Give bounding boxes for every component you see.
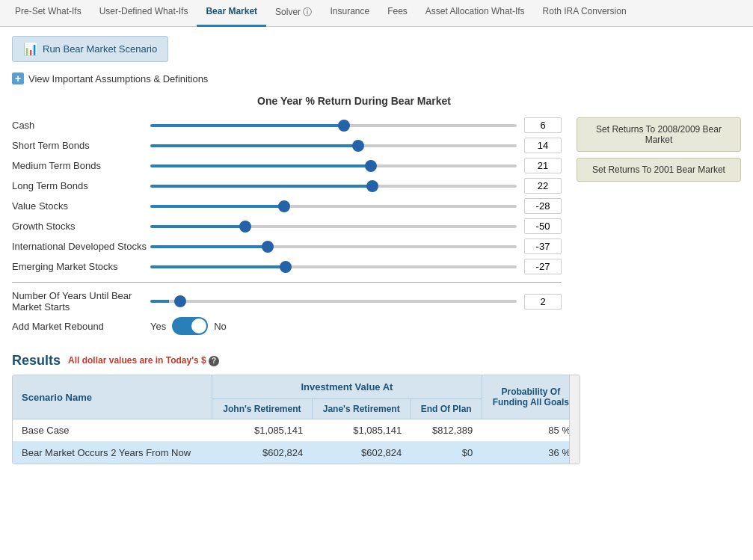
slider-years[interactable] [150,300,517,303]
slider-value-years[interactable] [524,294,562,310]
toggle-yes-label: Yes [150,321,166,332]
cell-end-0: $812,389 [411,419,482,442]
assumptions-label: View Important Assumptions & Definitions [28,73,208,84]
slider-value-long-term-bonds[interactable] [524,178,562,194]
slider-value-cash[interactable] [524,117,562,133]
plus-icon: + [12,73,24,84]
slider-row-cash: Cash [12,117,562,133]
btn-2001-bear-market[interactable]: Set Returns To 2001 Bear Market [577,158,741,182]
toggle-label-rebound: Add Market Rebound [12,321,150,332]
results-note: All dollar values are in Today's $ ? [68,355,219,366]
col-sub-end: End Of Plan [411,399,482,419]
main-content: 📊 Run Bear Market Scenario + View Import… [0,27,753,473]
slider-row-value-stocks: Value Stocks [12,198,562,214]
results-title: Results [12,353,61,369]
col-sub-johns: John's Retirement [212,399,312,419]
col-header-investment-value: Investment Value At [212,375,482,399]
slider-value-medium-term-bonds[interactable] [524,158,562,173]
slider-value-emerging[interactable] [524,259,562,274]
cell-prob-1: 36 % [482,442,580,464]
slider-growth-stocks[interactable] [150,225,517,228]
slider-track-wrap-cash [150,118,517,133]
slider-value-growth-stocks[interactable] [524,218,562,234]
slider-row-medium-term-bonds: Medium Term Bonds [12,158,562,173]
cell-johns-0: $1,085,141 [212,419,312,442]
btn-2008-bear-market[interactable]: Set Returns To 2008/2009 Bear Market [577,117,741,152]
col-sub-janes: Jane's Retirement [312,399,411,419]
slider-emerging[interactable] [150,265,517,268]
slider-value-international[interactable] [524,239,562,254]
sliders-left: One Year % Return During Bear Market Cas… [12,95,562,335]
tab-roth-ira[interactable]: Roth IRA Conversion [534,0,636,27]
slider-label-long-term-bonds: Long Term Bonds [12,180,150,191]
chart-bar-icon: 📊 [23,42,38,56]
cell-janes-1: $602,824 [312,442,411,464]
slider-label-international: International Developed Stocks [12,241,150,252]
slider-short-term-bonds[interactable] [150,144,517,147]
slider-label-short-term-bonds: Short Term Bonds [12,140,150,151]
toggle-row-rebound: Add Market Rebound Yes No [12,317,562,335]
rebound-toggle[interactable] [172,317,208,335]
slider-long-term-bonds[interactable] [150,185,517,188]
sliders-section: One Year % Return During Bear Market Cas… [12,95,741,335]
slider-track-wrap-long-term-bonds [150,179,517,194]
col-header-scenario: Scenario Name [13,375,212,419]
cell-prob-0: 85 % [482,419,580,442]
results-section: Results All dollar values are in Today's… [12,353,741,464]
slider-track-wrap-value-stocks [150,199,517,214]
cell-end-1: $0 [411,442,482,464]
slider-track-wrap-medium-term-bonds [150,159,517,173]
slider-value-short-term-bonds[interactable] [524,138,562,153]
col-header-probability: Probability Of Funding All Goals [482,375,580,419]
tab-solver[interactable]: Solver ⓘ [266,0,321,27]
tab-user-defined[interactable]: User-Defined What-Ifs [90,0,197,27]
slider-row-growth-stocks: Growth Stocks [12,218,562,234]
slider-divider [12,282,562,283]
slider-label-emerging: Emerging Market Stocks [12,261,150,272]
slider-row-emerging: Emerging Market Stocks [12,259,562,274]
slider-track-wrap-years [150,294,517,309]
cell-johns-1: $602,824 [212,442,312,464]
slider-cash[interactable] [150,124,517,127]
results-help-icon[interactable]: ? [209,356,219,366]
results-table: Scenario Name Investment Value At Probab… [13,375,580,464]
cell-scenario-1: Bear Market Occurs 2 Years From Now [13,442,212,464]
run-button-label: Run Bear Market Scenario [43,43,157,55]
slider-track-wrap-growth-stocks [150,219,517,234]
slider-row-long-term-bonds: Long Term Bonds [12,178,562,194]
assumptions-toggle[interactable]: + View Important Assumptions & Definitio… [12,73,741,84]
tab-bear-market[interactable]: Bear Market [197,0,266,27]
slider-value-stocks[interactable] [150,205,517,208]
slider-medium-term-bonds[interactable] [150,164,517,167]
results-table-wrap: Scenario Name Investment Value At Probab… [12,375,580,464]
results-header: Results All dollar values are in Today's… [12,353,741,369]
slider-label-growth-stocks: Growth Stocks [12,221,150,232]
slider-label-years: Number Of Years Until Bear Market Starts [12,290,150,313]
slider-row-international: International Developed Stocks [12,239,562,254]
cell-scenario-0: Base Case [13,419,212,442]
tab-insurance[interactable]: Insurance [321,0,378,27]
tab-asset-allocation[interactable]: Asset Allocation What-Ifs [417,0,534,27]
slider-row-short-term-bonds: Short Term Bonds [12,138,562,153]
cell-janes-0: $1,085,141 [312,419,411,442]
bear-preset-buttons: Set Returns To 2008/2009 Bear Market Set… [577,95,741,335]
section-title: One Year % Return During Bear Market [12,95,562,107]
slider-track-wrap-international [150,239,517,254]
tab-fees[interactable]: Fees [378,0,417,27]
run-bear-market-button[interactable]: 📊 Run Bear Market Scenario [12,36,168,62]
table-row: Base Case $1,085,141 $1,085,141 $812,389… [13,419,580,442]
scrollbar[interactable] [569,375,580,464]
slider-row-years: Number Of Years Until Bear Market Starts [12,290,562,313]
slider-international[interactable] [150,245,517,248]
slider-track-wrap-short-term-bonds [150,138,517,153]
tab-bar: Pre-Set What-Ifs User-Defined What-Ifs B… [0,0,753,27]
slider-label-medium-term-bonds: Medium Term Bonds [12,160,150,171]
slider-label-cash: Cash [12,120,150,131]
slider-value-value-stocks[interactable] [524,198,562,214]
slider-label-value-stocks: Value Stocks [12,200,150,212]
toggle-no-label: No [214,321,227,332]
slider-track-wrap-emerging [150,259,517,274]
tab-preset[interactable]: Pre-Set What-Ifs [6,0,90,27]
toggle-yes-no: Yes No [150,317,227,335]
table-row: Bear Market Occurs 2 Years From Now $602… [13,442,580,464]
